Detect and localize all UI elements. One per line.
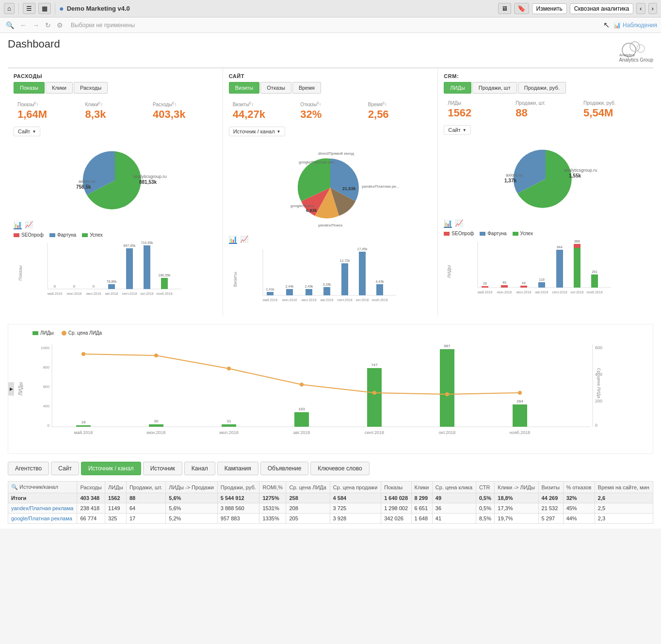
svg-text:1,41k: 1,41k [266,288,274,291]
grid-view-button[interactable]: ▦ [38,3,51,14]
line-chart-icon-site[interactable]: 📈 [240,235,248,244]
legend-lidy-label: ЛИДы [40,330,54,336]
col-romi: ROMI,% [259,482,286,493]
site-bar-section: 📊 📈 Визиты 1,41k 2,44k [229,235,432,311]
monitor-button[interactable]: 🖥 [498,3,511,14]
svg-point-2 [637,45,645,52]
row2-ctr: 8,5% [476,514,494,524]
settings-button[interactable]: ⚙ [55,20,65,30]
observations-button[interactable]: 📊 Наблюдения [613,22,657,29]
legend-fortuna-label: Фартуна [57,232,76,238]
svg-text:18: 18 [81,420,86,424]
table-total-row: Итоги 403 348 1562 88 5,6% 5 544 912 127… [8,493,653,503]
col-ctr: CTR [476,482,494,493]
source-dropdown-site[interactable]: Источник / канал ▼ [229,127,285,136]
svg-rect-49 [341,263,348,295]
col-sr-cena-klika: Ср. цена клика [432,482,476,493]
svg-text:май.2018: май.2018 [48,292,62,295]
total-vremya: 2,6 [595,493,653,503]
svg-text:2,44k: 2,44k [285,285,294,288]
row1-ctr: 0,5% [476,503,494,514]
search-icon-table[interactable]: 🔍 [11,484,18,490]
total-kliki-lidy: 18,8% [495,493,538,503]
tab-istochnik-kanal[interactable]: Источник / канал [81,462,141,475]
total-pokazy: 1 640 028 [381,493,411,503]
bookmark-button[interactable]: 🔖 [514,3,529,14]
col-vizity: Визиты [538,482,563,493]
list-view-button[interactable]: ☰ [23,3,35,14]
svg-text:1,55k: 1,55k [569,173,581,178]
bar-chart-icon-crm[interactable]: 📊 [444,219,452,228]
tab-kanal[interactable]: Канал [184,462,215,475]
prev-button[interactable]: ‹ [636,3,645,14]
svg-text:600: 600 [595,345,602,350]
metric-rashody: Расходыc↑ 403,3k [149,98,217,123]
expenses-bar-section: 📊 📈 SEOпроф Фартуна Успех [14,221,217,305]
tab-kliki[interactable]: Клики [46,82,73,94]
tab-prodazhi-rub[interactable]: Продажи, руб. [518,82,566,94]
scroll-left-indicator[interactable]: ▶ [8,382,14,396]
svg-text:июн.2018: июн.2018 [282,298,297,302]
tab-prodazhi-sht[interactable]: Продажи, шт [472,82,517,94]
col-prodazhi-sht: Продажи, шт. [126,482,165,493]
site-dropdown-expenses[interactable]: Сайт ▼ [14,127,40,136]
tab-pokazy[interactable]: Показы [14,82,45,94]
zoom-button[interactable]: 🔍 [4,20,16,30]
row1-istochnik[interactable]: yandex/Платная реклама [8,503,77,514]
site-metrics: Визитыc↑ 44,27k Отказыc↑ 32% Времяc↑ 2,5… [229,98,432,123]
crm-bar-chart: 26 48 44 116 844 [463,239,613,302]
svg-rect-45 [306,289,312,295]
row2-romi: 1335% [259,514,286,524]
svg-rect-68 [482,286,488,288]
crm-section: CRM: ЛИДы Продажи, шт Продажи, руб. ЛИДы… [438,68,653,316]
svg-text:0: 0 [48,423,50,428]
tab-rashody[interactable]: Расходы [74,82,108,94]
legend-seo-color [14,233,19,237]
svg-rect-72 [520,286,527,288]
tab-vizity[interactable]: Визиты [229,82,260,94]
line-chart-icon-crm[interactable]: 📈 [455,219,463,228]
bar-chart-icon-expenses[interactable]: 📊 [14,221,22,229]
legend-crm-uspeh-color [513,232,518,236]
refresh-button[interactable]: ↻ [43,20,53,30]
row2-lidy: 325 [105,514,127,524]
svg-text:нояб.2018: нояб.2018 [156,292,172,295]
back-nav-button[interactable]: ← [18,20,29,30]
tab-vremya[interactable]: Время [292,82,321,94]
tab-lidy[interactable]: ЛИДы [444,82,471,94]
home-button[interactable]: ⌂ [4,3,15,14]
tab-sait[interactable]: Сайт [51,462,79,475]
svg-rect-70 [501,285,508,288]
tab-klyuchevoe[interactable]: Ключевое слово [310,462,369,475]
svg-text:июн.2018: июн.2018 [146,430,165,435]
svg-text:17,45k: 17,45k [357,247,368,251]
site-bar-wrap: Визиты 1,41k 2,44k 2,49k [229,247,432,311]
edit-button[interactable]: Изменить [532,3,567,14]
svg-text:авг.2018: авг.2018 [105,292,118,295]
row2-istochnik[interactable]: google/Платная реклама [8,514,77,524]
chart-type-toggle-expenses: 📊 📈 [14,221,217,229]
cursor-icon[interactable]: ↖ [603,20,610,30]
line-chart-icon-expenses[interactable]: 📈 [25,221,33,229]
tab-kampaniya[interactable]: Кампания [217,462,258,475]
svg-rect-19 [126,248,133,289]
metric-vizity: Визитыc↑ 44,27k [229,98,297,123]
analytics-button[interactable]: Сквозная аналитика [570,3,633,14]
svg-point-117 [445,392,449,396]
tab-obyavlenie[interactable]: Объявление [260,462,309,475]
row2-sr-cena-prodazhi: 3 928 [330,514,381,524]
forward-nav-button[interactable]: → [31,20,41,30]
tab-agentstvo[interactable]: Агентство [8,462,49,475]
tab-istochnik[interactable]: Источник [143,462,182,475]
lidy-y-label: ЛИДы [18,382,23,396]
row2-vizity: 5 297 [538,514,563,524]
next-button[interactable]: › [648,3,657,14]
site-dropdown-crm[interactable]: Сайт ▼ [444,125,470,135]
bar-chart-icon-site[interactable]: 📊 [229,235,237,244]
metric-kliki: Кликиc↑ 8,3k [81,98,149,123]
svg-rect-102 [222,424,236,427]
svg-text:июл.2018: июл.2018 [516,290,532,294]
legend-crm-uspeh-label: Успех [520,231,533,236]
tab-otkazy[interactable]: Отказы [260,82,291,94]
svg-rect-81 [591,274,598,288]
